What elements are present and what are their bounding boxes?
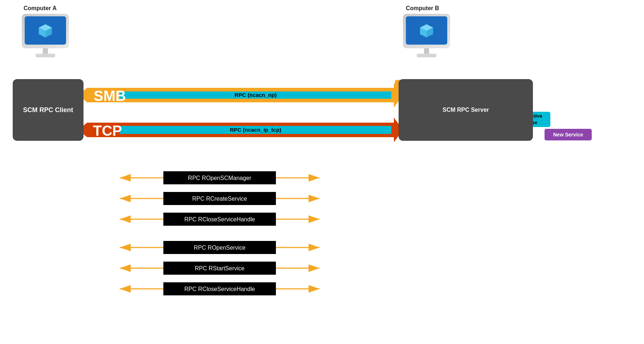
scm-rpc-server-box: SCM RPC Server <box>399 79 533 141</box>
arrows-svg: RPC (ncacn_np) RPC (ncacn_ip_tcp) SMB TC… <box>0 0 644 344</box>
svg-marker-12 <box>427 28 433 37</box>
svg-text:New Service: New Service <box>553 132 583 138</box>
svg-rect-48 <box>163 213 276 226</box>
svg-marker-2 <box>39 24 52 37</box>
svg-marker-5 <box>39 28 45 37</box>
svg-rect-56 <box>163 262 276 275</box>
svg-marker-10 <box>420 24 433 37</box>
svg-rect-14 <box>424 48 429 55</box>
svg-marker-11 <box>420 24 433 31</box>
svg-rect-44 <box>163 192 276 205</box>
svg-text:TCP: TCP <box>93 123 122 139</box>
scm-rpc-client-box: SCM RPC Client <box>13 79 83 141</box>
svg-rect-40 <box>163 171 276 184</box>
svg-rect-24 <box>120 91 391 99</box>
svg-text:RPC (ncacn_ip_tcp): RPC (ncacn_ip_tcp) <box>230 127 281 133</box>
svg-text:RPC RCreateService: RPC RCreateService <box>192 196 247 202</box>
svg-marker-22 <box>87 118 403 142</box>
svg-text:RPC RStartService: RPC RStartService <box>195 265 245 271</box>
svg-rect-1 <box>25 16 66 45</box>
diagram-container: RPC (ncacn_np) RPC (ncacn_ip_tcp) SMB TC… <box>0 0 644 344</box>
svg-rect-26 <box>120 126 391 134</box>
svg-text:RPC ROpenService: RPC ROpenService <box>194 245 245 251</box>
svg-marker-20 <box>87 83 403 107</box>
svg-rect-8 <box>403 14 450 48</box>
svg-text:RPC ROpenSCManager: RPC ROpenSCManager <box>188 175 252 181</box>
svg-marker-3 <box>39 24 52 31</box>
svg-rect-0 <box>22 14 69 48</box>
svg-rect-52 <box>163 241 276 254</box>
svg-rect-7 <box>36 54 55 57</box>
computer-a-label: Computer A <box>24 5 57 12</box>
svg-text:RPC RCloseServiceHandle: RPC RCloseServiceHandle <box>184 216 255 222</box>
svg-rect-60 <box>163 282 276 295</box>
svg-marker-13 <box>420 28 427 37</box>
svg-text:SMB: SMB <box>94 88 126 104</box>
svg-rect-15 <box>417 54 436 57</box>
svg-rect-9 <box>406 16 447 45</box>
svg-rect-37 <box>545 129 592 140</box>
svg-text:RPC (ncacn_np): RPC (ncacn_np) <box>235 92 277 98</box>
svg-text:RPC RCloseServiceHandle: RPC RCloseServiceHandle <box>184 286 255 292</box>
computer-b-label: Computer B <box>406 5 439 12</box>
svg-marker-4 <box>45 28 52 37</box>
svg-rect-6 <box>43 48 48 55</box>
